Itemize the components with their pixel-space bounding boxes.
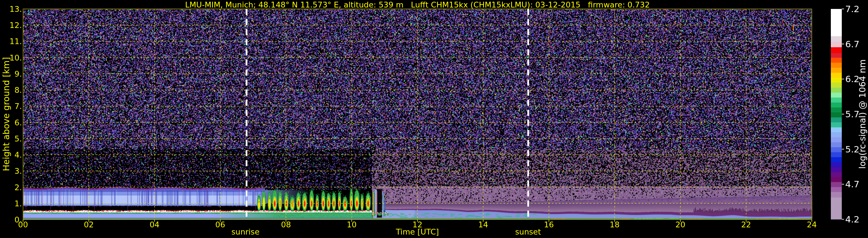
y-tick-label: 2. [1,183,22,191]
x-axis-label: Time [UTC] [396,228,439,236]
x-tick-label: 08 [281,221,291,229]
x-tick-label: 06 [215,221,225,229]
y-tick-label: 8. [1,86,22,94]
colorbar-label: log(rc-signal) @ 1064 nm [858,59,867,169]
y-tick-label: 6. [1,118,22,126]
page-title: LMU-MIM, Munich; 48.148° N 11.573° E, al… [185,1,650,9]
y-tick-label: 13. [1,5,22,13]
colorbar-tick-label: 6.7 [845,39,859,49]
x-tick-label: 00 [18,221,28,229]
y-tick-label: 1. [1,199,22,207]
y-tick-label: 3. [1,167,22,175]
x-tick-label: 14 [478,221,488,229]
x-tick-label: 18 [610,221,619,229]
colorbar-tick-label: 4.7 [845,180,859,189]
plot-canvas [0,0,868,238]
y-tick-label: 9. [1,70,22,78]
sunset-annotation: sunset [515,228,541,236]
x-tick-label: 16 [544,221,554,229]
ceilometer-quicklook: LMU-MIM, Munich; 48.148° N 11.573° E, al… [0,0,868,238]
colorbar-tick-label: 4.2 [845,215,859,224]
x-tick-label: 04 [150,221,159,229]
x-tick-label: 02 [84,221,94,229]
y-tick-label: 4. [1,151,22,159]
sunrise-annotation: sunrise [231,228,259,236]
y-tick-label: 12. [1,21,22,29]
x-tick-label: 22 [741,221,751,229]
y-tick-label: 11. [1,37,22,45]
x-tick-label: 10 [347,221,356,229]
y-tick-label: 10. [1,54,22,61]
x-tick-label: 20 [675,221,685,229]
y-tick-label: 7. [1,102,22,110]
y-tick-label: 5. [1,135,22,142]
colorbar-tick-label: 7.2 [845,5,859,13]
x-tick-label: 24 [807,221,817,229]
